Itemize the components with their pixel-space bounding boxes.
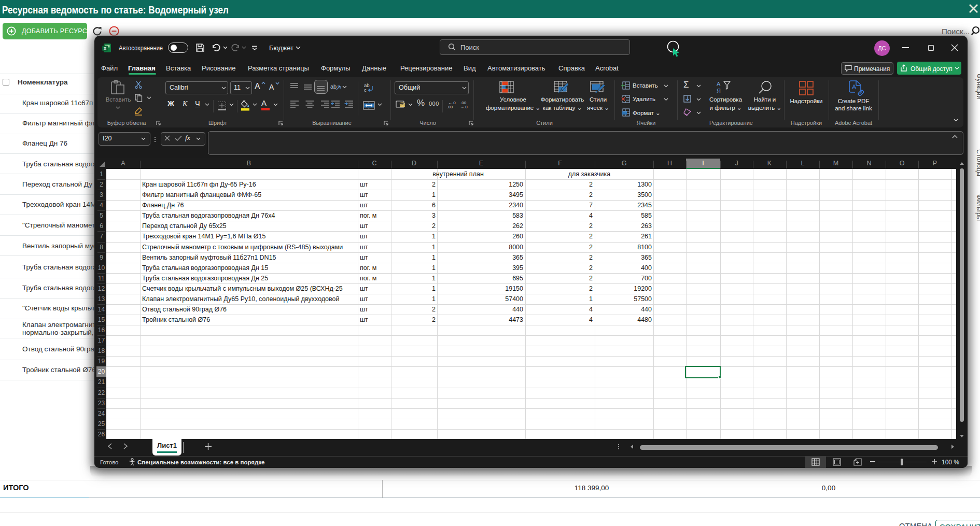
svg-text:ab: ab	[330, 83, 337, 90]
svg-text:.00: .00	[447, 105, 453, 109]
svg-text:→.0: →.0	[460, 105, 468, 109]
svg-text:А: А	[717, 81, 721, 87]
svg-text:x: x	[104, 46, 106, 51]
svg-text:Я: Я	[717, 88, 721, 94]
svg-text:c: c	[364, 87, 367, 93]
